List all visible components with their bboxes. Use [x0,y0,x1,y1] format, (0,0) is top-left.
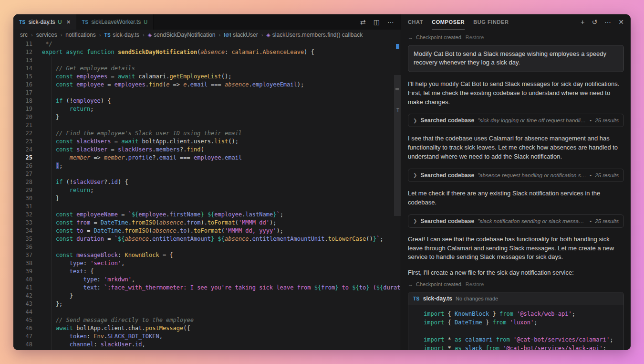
chat-conversation: → Checkpoint created. Restore Modify Cat… [401,30,631,350]
tab-sick-day[interactable]: TS sick-day.ts U × [13,14,76,30]
line-number: 11 [13,40,32,48]
code-line[interactable]: 48 channel: slackUser.id, [13,341,401,349]
breadcrumb-file[interactable]: TS sick-day.ts [104,32,139,38]
tab-sickleaveworker[interactable]: TS sickLeaveWorker.ts U [76,14,154,30]
code-line[interactable]: 34 const to = DateTime.fromISO(absence.t… [13,227,401,235]
line-number: 44 [13,308,32,316]
line-number: 45 [13,316,32,324]
typescript-icon: TS [413,296,420,301]
code-line[interactable]: 40 type: 'mrkdwn', [13,276,401,284]
code-line[interactable]: 22 // Find the employee's Slack user ID … [13,129,401,138]
chevron-right-icon: › [61,32,62,38]
code-line[interactable]: 16 const employee = employees.find(e => … [13,81,401,89]
searched-codebase-row[interactable]: ❯ Searched codebase "absence request han… [408,169,624,182]
tab-bug-finder[interactable]: BUG FINDER [473,14,509,30]
code-line[interactable]: 33 const from = DateTime.fromISO(absence… [13,219,401,227]
close-tab-icon[interactable]: × [67,18,71,26]
code-line[interactable]: 12export async function sendSickDayNotif… [13,48,401,56]
code-line[interactable]: 14 // Get employee details [13,64,401,73]
code-line[interactable]: 28 if (!slackUser?.id) { [13,178,401,186]
code-lines: 11 */12export async function sendSickDay… [13,40,401,349]
editor-more-actions-icon[interactable]: ⋯ [387,18,394,26]
chevron-right-icon: › [143,32,145,38]
breadcrumb-variable[interactable]: [@] slackUser [224,32,258,38]
new-chat-icon[interactable]: + [581,18,584,26]
code-line[interactable]: 47 token: Env.SLACK_BOT_TOKEN, [13,332,401,341]
line-number: 41 [13,284,32,292]
code-card-header[interactable]: TS sick-day.ts No changes made [408,292,623,305]
breadcrumb: src › services › notifications › TS sick… [13,30,401,40]
chevron-right-icon: ❯ [413,118,417,123]
breadcrumb-services[interactable]: services [36,32,57,38]
code-line[interactable]: 31 [13,203,401,211]
breadcrumb-src[interactable]: src [20,32,28,38]
symbol-method-icon: ◈ [148,32,152,38]
user-message[interactable]: Modify Cat Bot to send a Slack message w… [408,45,624,72]
symbol-method-icon: ◈ [266,32,270,38]
line-number: 26 [13,162,32,170]
code-line[interactable]: 11 */ [13,40,401,48]
code-line[interactable]: 24 const slackUser = slackUsers.members?… [13,146,401,154]
checkpoint-row: → Checkpoint created. Restore [408,281,624,287]
code-line[interactable]: 18 if (!employee) { [13,97,401,105]
open-changes-icon[interactable]: ⇄ [360,18,366,26]
code-line[interactable]: 23 const slackUsers = await boltApp.clie… [13,138,401,146]
code-line[interactable]: 19 return; [13,105,401,113]
chat-panel-header: CHAT COMPOSER BUG FINDER + ↺ ⋯ ✕ [401,14,631,30]
more-actions-icon[interactable]: ⋯ [604,18,611,26]
code-line[interactable]: 29 return; [13,186,401,194]
code-line[interactable]: 25 member => member.profile?.email === e… [13,154,401,162]
code-line: import { KnownBlock } from '@slack/web-a… [414,310,618,318]
code-line[interactable]: 37 const messageBlock: KnownBlock = { [13,251,401,259]
code-line[interactable]: 20 } [13,113,401,121]
indent-guide [52,56,52,350]
searched-codebase-row[interactable]: ❯ Searched codebase "sick day logging or… [408,114,624,127]
dot-icon: • [590,172,592,178]
line-number: 16 [13,81,32,89]
line-number: 14 [13,64,32,73]
code-line[interactable]: 17 [13,89,401,97]
code-editor[interactable]: 11 */12export async function sendSickDay… [13,40,401,350]
code-line[interactable]: 42 } [13,292,401,300]
dot-icon: • [590,118,592,123]
line-number: 19 [13,105,32,113]
history-icon[interactable]: ↺ [592,18,598,26]
breadcrumb-callback[interactable]: ◈ slackUsers.members.find() callback [266,32,363,38]
line-number: 42 [13,292,32,300]
code-line[interactable]: 38 type: 'section', [13,259,401,268]
scrollbar-thumb[interactable] [394,75,401,216]
code-line[interactable]: 26 ); [13,162,401,170]
tab-chat[interactable]: CHAT [408,14,423,30]
code-line[interactable]: 30 } [13,194,401,203]
code-line[interactable]: 15 const employees = await calamari.getE… [13,73,401,81]
cursor-marker: T [396,108,399,113]
code-line[interactable]: 46 await boltApp.client.chat.postMessage… [13,324,401,332]
code-line[interactable]: 36 [13,243,401,251]
line-number: 28 [13,178,32,186]
code-line[interactable]: 27 [13,170,401,178]
line-number: 31 [13,203,32,211]
line-number: 47 [13,332,32,341]
close-panel-icon[interactable]: ✕ [618,18,624,26]
code-line[interactable]: 44 [13,308,401,316]
split-editor-icon[interactable]: ◫ [374,18,380,26]
restore-link[interactable]: Restore [466,281,484,287]
breadcrumb-function[interactable]: ◈ sendSickDayNotification [148,32,216,38]
tab-composer[interactable]: COMPOSER [432,14,465,30]
code-line[interactable]: 39 text: { [13,268,401,276]
code-line[interactable]: 13 [13,56,401,64]
line-number: 48 [13,341,32,349]
tab-label: sick-day.ts [29,19,55,25]
code-line: import * as calamari from '@cat-bot/serv… [414,335,618,344]
checkpoint-row: → Checkpoint created. Restore [408,34,624,40]
code-line[interactable]: 41 text: `:face_with_thermometer: I see … [13,284,401,292]
code-line[interactable]: 32 const employeeName = `${employee.firs… [13,211,401,219]
searched-codebase-row[interactable]: ❯ Searched codebase "slack notification … [408,214,624,228]
code-line[interactable]: 35 const duration = `${absence.entitleme… [13,235,401,243]
code-line[interactable]: 43 }; [13,300,401,308]
breadcrumb-notifications[interactable]: notifications [65,32,95,38]
code-line[interactable]: 21 [13,121,401,129]
code-line[interactable]: 45 // Send message directly to the emplo… [13,316,401,324]
restore-link[interactable]: Restore [466,34,484,40]
overview-ruler[interactable]: T [394,40,401,350]
